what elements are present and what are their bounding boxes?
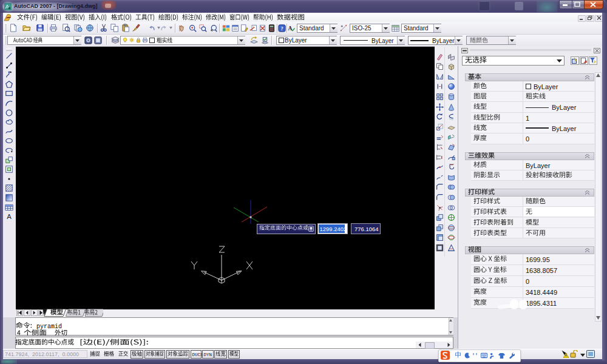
svg-text:A: A: [288, 24, 292, 31]
svg-text:A: A: [7, 214, 12, 221]
svg-text:?: ?: [280, 25, 283, 31]
